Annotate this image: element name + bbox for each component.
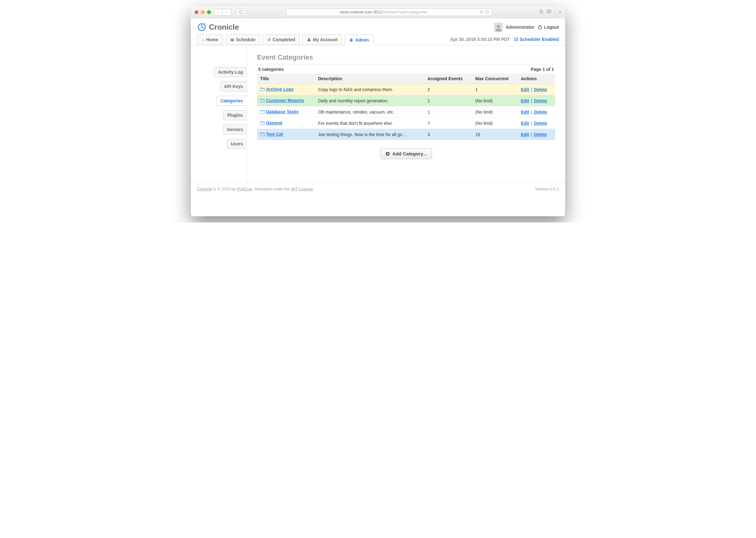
cell-max: (No limit) xyxy=(472,106,518,118)
delete-link[interactable]: Delete xyxy=(534,98,547,103)
category-link[interactable]: Database Tasks xyxy=(266,109,299,114)
app-logo[interactable]: Cronicle xyxy=(197,23,239,32)
cell-description: Joe testing things. Now is the time for … xyxy=(315,129,424,140)
app-header: Cronicle Administrator Logout xyxy=(191,18,565,34)
tab-completed[interactable]: ↺ Completed xyxy=(262,34,300,45)
home-icon: ⌂ xyxy=(202,37,204,42)
tab-my-account[interactable]: 👤︎ My Account xyxy=(302,34,342,45)
cell-assigned: 2 xyxy=(424,84,472,95)
category-count: 5 categories xyxy=(258,67,284,72)
admin-sidebar: Activity Log API Keys Categories Plugins… xyxy=(191,45,247,183)
categories-table: Title Description Assigned Events Max Co… xyxy=(257,74,555,140)
footer-company-link[interactable]: PixlCore xyxy=(237,187,252,191)
cell-max: (No limit) xyxy=(472,95,518,106)
scheduler-toggle[interactable]: ☑ Scheduler Enabled xyxy=(514,37,559,42)
calendar-icon: 📅︎ xyxy=(230,37,234,42)
window-zoom-icon[interactable] xyxy=(207,10,211,14)
share-icon[interactable] xyxy=(539,9,543,15)
traffic-lights xyxy=(195,10,211,14)
cell-max: 10 xyxy=(472,129,518,140)
window-minimize-icon[interactable] xyxy=(201,10,205,14)
cell-description: DB maintenance, reindex, vacuum, etc. xyxy=(315,106,424,118)
table-row: Archive LogsCopy logs to NAS and compres… xyxy=(257,84,555,95)
edit-link[interactable]: Edit xyxy=(521,132,529,137)
user-icon xyxy=(495,24,502,31)
folder-icon xyxy=(260,87,265,92)
folder-icon xyxy=(260,121,265,126)
folder-icon xyxy=(260,110,265,115)
logout-label: Logout xyxy=(544,25,559,29)
avatar[interactable] xyxy=(494,23,503,31)
cell-description: Daily and monthly report generation. xyxy=(315,95,424,106)
main-content: Event Categories 5 categories Page 1 of … xyxy=(247,45,565,183)
browser-nav-buttons: ‹ › xyxy=(214,9,231,16)
logout-button[interactable]: Logout xyxy=(538,25,559,29)
folder-icon xyxy=(260,98,265,103)
sidebar-item-servers[interactable]: Servers xyxy=(223,125,247,134)
delete-link[interactable]: Delete xyxy=(534,110,547,115)
sidebar-item-api-keys[interactable]: API Keys xyxy=(220,81,247,91)
edit-link[interactable]: Edit xyxy=(521,110,529,115)
svg-point-9 xyxy=(497,25,500,28)
tabs-icon[interactable] xyxy=(546,9,551,15)
pager-label: Page 1 of 1 xyxy=(531,67,554,72)
page-title: Event Categories xyxy=(257,53,555,64)
table-row: Customer ReportsDaily and monthly report… xyxy=(257,95,555,106)
table-row: Database TasksDB maintenance, reindex, v… xyxy=(257,106,555,118)
folder-icon xyxy=(260,132,265,137)
app-name: Cronicle xyxy=(209,23,239,31)
tab-schedule[interactable]: 📅︎ Schedule xyxy=(225,34,260,45)
browser-chrome: ‹ › local.cronicle.com:3012/#Admin?sub=c… xyxy=(191,6,565,18)
new-tab-button[interactable]: + xyxy=(554,6,561,18)
tab-admin[interactable]: 🔒︎ Admin xyxy=(345,35,374,45)
delete-link[interactable]: Delete xyxy=(534,87,547,92)
user-icon: 👤︎ xyxy=(307,37,311,42)
footer-version: Version 0.5.1 xyxy=(535,187,559,191)
category-link[interactable]: General xyxy=(266,121,282,126)
cell-assigned: 1 xyxy=(424,95,472,106)
sidebar-icon xyxy=(239,10,243,14)
tab-home[interactable]: ⌂ Home xyxy=(197,34,223,45)
cell-assigned: 7 xyxy=(424,118,472,129)
svg-line-6 xyxy=(205,23,206,24)
sidebar-item-activity-log[interactable]: Activity Log xyxy=(214,67,247,77)
delete-link[interactable]: Delete xyxy=(534,132,547,137)
sidebar-item-users[interactable]: Users xyxy=(227,139,247,149)
category-link[interactable]: Customer Reports xyxy=(266,98,304,103)
sidebar-item-plugins[interactable]: Plugins xyxy=(223,110,247,120)
window-close-icon[interactable] xyxy=(195,10,198,14)
svg-line-8 xyxy=(204,23,204,23)
svg-rect-3 xyxy=(547,11,550,13)
edit-link[interactable]: Edit xyxy=(521,87,529,92)
cell-max: (No limit) xyxy=(472,118,518,129)
address-text: local.cronicle.com:3012/#Admin?sub=categ… xyxy=(289,10,478,14)
user-name[interactable]: Administrator xyxy=(506,25,535,29)
reload-icon[interactable]: ↻ xyxy=(480,10,483,14)
footer-product-link[interactable]: Cronicle xyxy=(197,187,212,191)
table-row: Test CatJoe testing things. Now is the t… xyxy=(257,129,555,140)
add-category-button[interactable]: Add Category... xyxy=(380,148,432,159)
category-link[interactable]: Archive Logs xyxy=(266,87,294,92)
reader-icon[interactable]: ⓘ xyxy=(485,9,489,15)
sidebar-item-categories[interactable]: Categories xyxy=(216,96,247,106)
back-button[interactable]: ‹ xyxy=(214,9,223,16)
show-sidebar-button[interactable] xyxy=(236,9,246,16)
footer-license-link[interactable]: MIT License xyxy=(291,187,313,191)
cell-assigned: 3 xyxy=(424,129,472,140)
category-link[interactable]: Test Cat xyxy=(266,132,283,137)
col-title: Title xyxy=(257,74,315,84)
edit-link[interactable]: Edit xyxy=(521,121,529,126)
cell-assigned: 1 xyxy=(424,106,472,118)
delete-link[interactable]: Delete xyxy=(534,121,547,126)
lock-icon: 🔒︎ xyxy=(349,38,354,42)
address-bar[interactable]: local.cronicle.com:3012/#Admin?sub=categ… xyxy=(286,8,492,16)
forward-button[interactable]: › xyxy=(223,9,231,16)
cell-description: For events that don't fit anywhere else. xyxy=(315,118,424,129)
table-row: GeneralFor events that don't fit anywher… xyxy=(257,118,555,129)
cell-description: Copy logs to NAS and compress them. xyxy=(315,84,424,95)
edit-link[interactable]: Edit xyxy=(521,98,529,103)
footer: Cronicle is © 2016 by PixlCore. Released… xyxy=(191,183,565,216)
col-actions: Actions xyxy=(518,74,555,84)
svg-rect-0 xyxy=(239,10,243,14)
history-icon: ↺ xyxy=(267,37,271,42)
